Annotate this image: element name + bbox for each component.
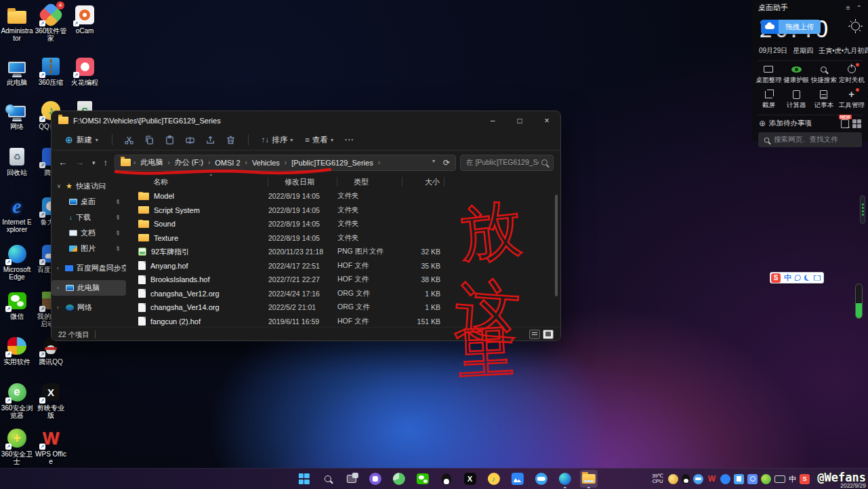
table-row[interactable]: Sound 2022/8/19 14:05 文件夹 (136, 217, 560, 231)
close-button[interactable]: × (533, 111, 560, 130)
tray-globe-icon[interactable] (668, 474, 678, 484)
desktop-icon-360-browser[interactable]: e 360安全浏览器 (1, 381, 33, 419)
cut-button[interactable] (121, 132, 138, 147)
more-tools-icon[interactable] (852, 119, 861, 128)
sidebar-item-this-pc[interactable]: › 此电脑 (51, 280, 126, 296)
refresh-icon[interactable]: ⟳ (443, 158, 450, 168)
desktop-icon-recycle-bin[interactable]: ♻ 回收站 (1, 146, 33, 176)
column-header-date[interactable]: 修改日期 (268, 177, 337, 187)
up-button[interactable]: ↑ (104, 157, 108, 168)
sidebar-item-pictures[interactable]: 图片 ✎ (51, 241, 126, 256)
desktop-icon-ocam[interactable]: oCam (68, 4, 101, 35)
touch-keyboard-icon[interactable] (774, 475, 785, 483)
collapse-icon[interactable]: ⌃ (856, 4, 862, 12)
ime-mode-chinese[interactable]: 中 (784, 273, 791, 283)
share-button[interactable] (202, 132, 220, 147)
breadcrumb-item[interactable]: OMSI 2 (213, 158, 242, 168)
task-view-button[interactable] (342, 470, 360, 488)
table-row[interactable]: changsha_Ver14.org 2022/5/2 21:01 ORG 文件… (136, 300, 560, 315)
tool-scheduled-shutdown[interactable]: 定时关机 (838, 64, 865, 85)
tray-360-icon[interactable] (761, 474, 771, 484)
tool-notepad[interactable]: 记事本 (810, 90, 838, 110)
desktop-icon-microsoft-edge[interactable]: Microsoft Edge (1, 243, 33, 281)
minimize-button[interactable]: – (479, 111, 506, 130)
cpu-monitor[interactable]: 39℃ CPU (652, 473, 663, 484)
sidebar-item-network[interactable]: › 网络 (51, 300, 126, 315)
edge-dock-widget[interactable] (860, 195, 865, 224)
table-row[interactable]: Script System 2022/8/19 14:05 文件夹 (136, 203, 560, 218)
todo-notepad-icon[interactable] (841, 119, 849, 128)
tray-qq-icon[interactable] (682, 474, 690, 484)
desktop-icon-360-software-manager[interactable]: 4 360软件管家 (35, 4, 67, 42)
ime-indicator[interactable]: 中 (789, 474, 796, 484)
ime-skin-icon[interactable] (814, 275, 821, 281)
desktop-icon-administrator[interactable]: Administrator (1, 4, 33, 42)
table-row[interactable]: fangcun (2).hof 2019/6/11 16:59 HOF 文件 1… (136, 315, 560, 329)
breadcrumb-item[interactable]: 此电脑 (138, 157, 165, 168)
back-button[interactable]: ← (58, 157, 67, 168)
tray-wps-icon[interactable]: W (707, 474, 717, 484)
sidebar-item-baidu-netdisk[interactable]: › 百度网盘同步空间 (51, 260, 126, 276)
desktop-icon-this-pc[interactable]: 此电脑 (1, 56, 33, 86)
sort-button[interactable]: ↑↓ 排序 ▾ (257, 133, 298, 147)
tool-desktop-organize[interactable]: 桌面整理 (755, 64, 783, 85)
column-header-type[interactable]: 类型 (337, 177, 402, 187)
tray-qq-browser-icon[interactable] (693, 474, 703, 484)
address-bar[interactable]: › 此电脑 › 办公 (F:) › OMSI 2 › Vehicles › [P… (115, 155, 456, 171)
tool-manage[interactable]: + 工具管理 (838, 90, 865, 110)
add-todo-row[interactable]: ⊕ 添加待办事项 NEW (752, 119, 868, 128)
tool-eye-protection[interactable]: 健康护眼 (783, 64, 810, 85)
rename-button[interactable] (182, 132, 199, 147)
sidebar-item-documents[interactable]: 文档 ✎ (51, 225, 126, 241)
breadcrumb-item[interactable]: [Public]TEG6129_Series (289, 158, 375, 168)
tool-quick-search[interactable]: 快捷搜索 (810, 64, 838, 85)
more-button[interactable]: ··· (341, 136, 358, 144)
new-button[interactable]: ⊕ 新建 ▾ (60, 132, 104, 147)
weather-sun-icon[interactable] (851, 22, 860, 31)
ime-toolbar[interactable]: S 中 (770, 272, 824, 283)
taskbar-app-360[interactable] (390, 470, 407, 488)
menu-icon[interactable]: ≡ (846, 4, 850, 12)
paste-button[interactable] (161, 132, 179, 147)
ime-punctuation-icon[interactable] (795, 275, 801, 281)
taskbar-app-jianying[interactable]: X (461, 470, 478, 488)
taskbar-app-tencent-docs[interactable] (508, 470, 526, 488)
desktop-icon-jianying-pro[interactable]: X 剪映专业版 (35, 381, 67, 419)
desktop-icon-spark-programming[interactable]: 火花编程 (68, 56, 101, 86)
breadcrumb-item[interactable]: 办公 (F:) (173, 157, 205, 168)
tray-tencent-meeting-icon[interactable] (720, 474, 730, 484)
start-button[interactable] (295, 470, 312, 488)
column-header-name[interactable]: ⌃ 名称 (136, 177, 268, 187)
table-row[interactable]: 92车牌指引 2020/11/23 21:18 PNG 图片文件 32 KB (136, 245, 560, 259)
view-button[interactable]: ≡ 查看 ▾ (300, 133, 338, 147)
sidebar-item-desktop[interactable]: 桌面 ✎ (51, 194, 126, 210)
search-box[interactable]: 在 [Public]TEG6129_Serie... (460, 155, 554, 171)
tray-sogou-icon[interactable]: S (800, 474, 810, 484)
desktop-icon-wps-office[interactable]: W WPS Office (35, 427, 67, 465)
details-view-toggle[interactable] (529, 330, 540, 339)
desktop-icon-360-safeguard[interactable]: + 360安全卫士 (1, 427, 33, 465)
tray-docs-icon[interactable] (734, 474, 744, 484)
desktop-icon-network[interactable]: 网络 (1, 100, 33, 130)
tool-calculator[interactable]: 计算器 (783, 90, 810, 110)
taskbar-search-button[interactable] (318, 470, 336, 488)
large-icons-view-toggle[interactable] (543, 330, 554, 339)
breadcrumb-item[interactable]: Vehicles (250, 158, 282, 168)
column-header-size[interactable]: 大小 (402, 177, 445, 187)
assistant-search-bar[interactable]: 搜索网页、查找文件 (758, 132, 862, 147)
taskbar-app-ocam[interactable] (366, 470, 384, 488)
taskbar-app-edge[interactable] (556, 470, 573, 488)
maximize-button[interactable]: □ (506, 111, 533, 130)
taskbar-app-qq-browser[interactable] (532, 470, 550, 488)
taskbar-app-wechat[interactable] (413, 470, 431, 488)
delete-button[interactable] (222, 132, 240, 147)
recent-locations-button[interactable]: ▾ (92, 159, 96, 166)
table-row[interactable]: Anyang.hof 2022/4/17 22:51 HOF 文件 35 KB (136, 259, 560, 273)
desktop-icon-utility-software[interactable]: 实用软件 (1, 335, 33, 366)
table-row[interactable]: Model 2022/8/19 14:05 文件夹 (136, 189, 560, 203)
desktop-icon-internet-explorer[interactable]: e Internet Explorer (1, 195, 33, 233)
desktop-icon-wechat[interactable]: 微信 (1, 290, 33, 320)
title-bar[interactable]: F:\OMSI 2\Vehicles\[Public]TEG6129_Serie… (51, 111, 560, 130)
tray-settings-icon[interactable] (747, 474, 758, 484)
table-row[interactable]: BrooksIslands.hof 2022/7/21 22:27 HOF 文件… (136, 273, 560, 287)
